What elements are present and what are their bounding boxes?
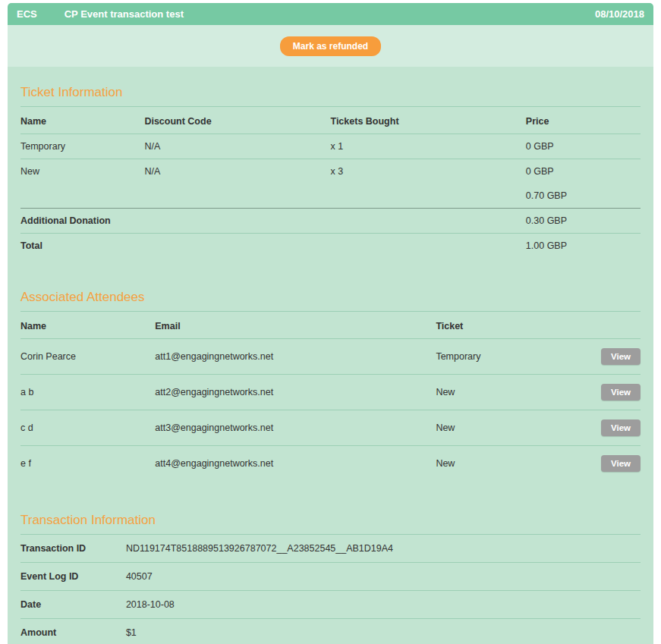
transaction-field-label: Event Log ID xyxy=(20,563,126,591)
transaction-field-value: ND119174T8518889513926787072__A23852545_… xyxy=(126,535,641,563)
transaction-row: Transaction ID ND119174T8518889513926787… xyxy=(20,535,641,563)
ticket-table-header-row: Name Discount Code Tickets Bought Price xyxy=(20,107,641,134)
attendee-ticket: New xyxy=(436,446,578,482)
transaction-field-label: Amount xyxy=(20,619,126,644)
ticket-row: New N/A x 3 0 GBP xyxy=(20,159,641,184)
ticket-discount-code: N/A xyxy=(144,159,330,184)
attendee-name: Corin Pearce xyxy=(20,339,155,375)
transaction-field-value: 40507 xyxy=(126,563,641,591)
associated-attendees-title: Associated Attendees xyxy=(20,290,641,312)
view-attendee-button[interactable]: View xyxy=(601,419,641,436)
attendee-ticket: New xyxy=(436,375,578,410)
page-title: CP Event transaction test xyxy=(65,8,184,20)
transaction-panel: ECS CP Event transaction test 08/10/2018… xyxy=(8,3,653,644)
attendee-ticket: New xyxy=(436,410,578,446)
attendee-row: c d att3@engagingnetworks.net New View xyxy=(20,410,641,446)
attendee-name: a b xyxy=(20,375,155,410)
ticket-bought xyxy=(330,184,525,209)
attendee-ticket: Temporary xyxy=(436,339,578,375)
transaction-row: Date 2018-10-08 xyxy=(20,591,641,619)
additional-donation-label: Additional Donation xyxy=(20,209,144,234)
header-date: 08/10/2018 xyxy=(595,8,644,20)
attendees-table: Name Email Ticket Corin Pearce att1@enga… xyxy=(20,312,641,481)
column-header-discount-code: Discount Code xyxy=(144,107,330,134)
ticket-bought: x 1 xyxy=(330,134,525,159)
column-header-email: Email xyxy=(155,312,436,339)
app-name: ECS xyxy=(17,8,37,20)
attendee-row: e f att4@engagingnetworks.net New View xyxy=(20,446,641,482)
action-band: Mark as refunded xyxy=(8,25,653,67)
transaction-table: Transaction ID ND119174T8518889513926787… xyxy=(20,535,641,644)
transaction-row: Amount $1 xyxy=(20,619,641,644)
attendee-email: att2@engagingnetworks.net xyxy=(155,375,436,410)
transaction-row: Event Log ID 40507 xyxy=(20,563,641,591)
view-attendee-button[interactable]: View xyxy=(601,455,641,472)
transaction-field-value: $1 xyxy=(126,619,641,644)
ticket-bought: x 3 xyxy=(330,159,525,184)
transaction-field-value: 2018-10-08 xyxy=(126,591,641,619)
total-row: Total 1.00 GBP xyxy=(20,234,641,259)
header-bar: ECS CP Event transaction test 08/10/2018 xyxy=(8,3,653,25)
total-price: 1.00 GBP xyxy=(526,234,641,259)
ticket-price: 0.70 GBP xyxy=(526,184,641,209)
attendee-name: e f xyxy=(20,446,155,482)
total-label: Total xyxy=(20,234,144,259)
column-header-price: Price xyxy=(526,107,641,134)
attendee-email: att1@engagingnetworks.net xyxy=(155,339,436,375)
ticket-row: Temporary N/A x 1 0 GBP xyxy=(20,134,641,159)
ticket-information-title: Ticket Information xyxy=(20,85,641,107)
main-content: Ticket Information Name Discount Code Ti… xyxy=(8,67,653,644)
attendees-table-header-row: Name Email Ticket xyxy=(20,312,641,339)
ticket-price: 0 GBP xyxy=(526,134,641,159)
transaction-field-label: Transaction ID xyxy=(20,535,126,563)
ticket-discount-code: N/A xyxy=(144,134,330,159)
ticket-row: 0.70 GBP xyxy=(20,184,641,209)
attendee-row: a b att2@engagingnetworks.net New View xyxy=(20,375,641,410)
column-header-name: Name xyxy=(20,312,155,339)
additional-donation-row: Additional Donation 0.30 GBP xyxy=(20,209,641,234)
ticket-name: New xyxy=(20,159,144,184)
view-attendee-button[interactable]: View xyxy=(601,384,641,401)
column-header-name: Name xyxy=(20,107,144,134)
ticket-name xyxy=(20,184,144,209)
ticket-discount-code xyxy=(144,184,330,209)
additional-donation-price: 0.30 GBP xyxy=(526,209,641,234)
ticket-table: Name Discount Code Tickets Bought Price … xyxy=(20,107,641,258)
attendee-email: att4@engagingnetworks.net xyxy=(155,446,436,482)
column-header-ticket: Ticket xyxy=(436,312,578,339)
attendee-row: Corin Pearce att1@engagingnetworks.net T… xyxy=(20,339,641,375)
column-header-tickets-bought: Tickets Bought xyxy=(330,107,525,134)
attendee-name: c d xyxy=(20,410,155,446)
ticket-name: Temporary xyxy=(20,134,144,159)
transaction-field-label: Date xyxy=(20,591,126,619)
transaction-information-title: Transaction Information xyxy=(20,513,641,535)
mark-as-refunded-button[interactable]: Mark as refunded xyxy=(280,36,381,56)
view-attendee-button[interactable]: View xyxy=(601,348,641,365)
attendee-email: att3@engagingnetworks.net xyxy=(155,410,436,446)
ticket-price: 0 GBP xyxy=(526,159,641,184)
